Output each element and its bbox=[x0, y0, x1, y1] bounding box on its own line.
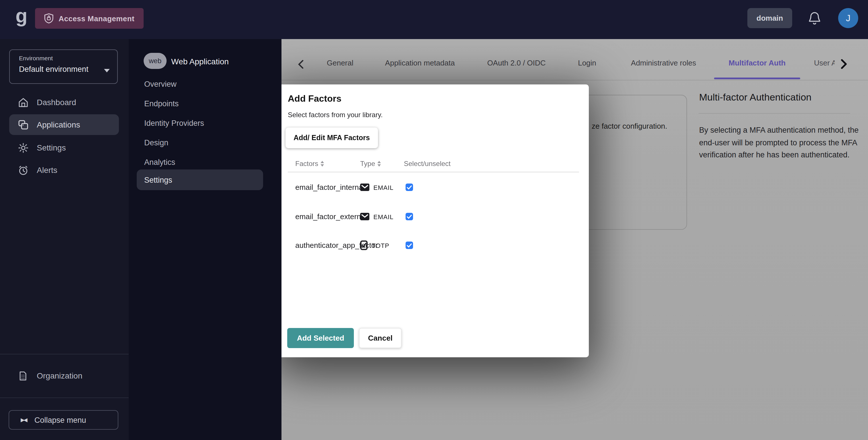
tab-user-accounts[interactable]: User A bbox=[814, 59, 835, 67]
factor-type: EMAIL bbox=[373, 184, 394, 191]
appnav-item-design[interactable]: Design bbox=[137, 132, 263, 153]
shield-lock-icon bbox=[44, 13, 54, 24]
applications-icon bbox=[17, 119, 29, 130]
add-factors-modal: Add Factors Select factors from your lib… bbox=[279, 85, 589, 357]
mfa-panel-title: Multi-factor Authentication bbox=[699, 92, 811, 103]
email-icon bbox=[360, 213, 369, 220]
modal-subtitle: Select factors from your library. bbox=[288, 111, 382, 119]
table-row: email_factor_external EMAIL bbox=[279, 207, 589, 226]
product-badge[interactable]: Access Management bbox=[35, 8, 144, 29]
check-icon bbox=[407, 214, 412, 219]
sort-icon bbox=[377, 161, 381, 166]
app-root: g Access Management domain J Environment… bbox=[0, 0, 868, 440]
tab-general[interactable]: General bbox=[327, 59, 353, 67]
tab-multifactor-auth[interactable]: Multifactor Auth bbox=[729, 59, 785, 67]
domain-button[interactable]: domain bbox=[747, 8, 792, 28]
appnav-item-label: Analytics bbox=[144, 158, 175, 166]
factor-type: EMAIL bbox=[373, 213, 394, 220]
factor-name: email_factor_internal bbox=[295, 183, 365, 192]
sidebar-item-label: Applications bbox=[37, 120, 80, 129]
appnav-item-label: Overview bbox=[144, 80, 177, 88]
sort-icon bbox=[320, 161, 324, 166]
topbar: g Access Management domain J bbox=[0, 0, 868, 39]
app-name: Web Application bbox=[171, 57, 229, 66]
add-selected-button[interactable]: Add Selected bbox=[287, 328, 354, 348]
header-label: Type bbox=[360, 160, 375, 168]
environment-label: Environment bbox=[19, 55, 53, 61]
tabs-divider bbox=[281, 80, 868, 81]
tab-application-metadata[interactable]: Application metadata bbox=[385, 59, 455, 67]
product-badge-label: Access Management bbox=[59, 14, 134, 23]
alarm-clock-icon bbox=[17, 164, 29, 176]
sidebar-item-alerts[interactable]: Alerts bbox=[9, 160, 119, 180]
table-header-type[interactable]: Type bbox=[360, 160, 381, 168]
tab-login[interactable]: Login bbox=[578, 59, 596, 67]
app-type-badge: web bbox=[144, 53, 166, 69]
factor-checkbox-checked[interactable] bbox=[406, 213, 413, 220]
gear-icon bbox=[17, 142, 29, 153]
table-row: authenticator_app_factor TOTP bbox=[279, 235, 589, 255]
sidebar-item-applications[interactable]: Applications bbox=[9, 114, 119, 135]
notifications-bell-icon[interactable] bbox=[808, 11, 821, 28]
factor-config-card-text: ze factor configuration. bbox=[592, 122, 667, 130]
application-sidebar: web Web Application Overview Endpoints I… bbox=[129, 39, 281, 440]
factor-checkbox-checked[interactable] bbox=[406, 242, 413, 249]
environment-value: Default environment bbox=[19, 65, 89, 73]
factor-name: email_factor_external bbox=[295, 212, 367, 221]
header-label: Select/unselect bbox=[404, 160, 451, 168]
collapse-icon: ▶◀ bbox=[21, 417, 26, 423]
sidebar-item-settings[interactable]: Settings bbox=[9, 137, 119, 158]
tab-administrative-roles[interactable]: Administrative roles bbox=[631, 59, 696, 67]
appnav-item-label: Endpoints bbox=[144, 99, 179, 108]
appnav-item-label: Settings bbox=[144, 176, 172, 184]
mfa-panel-divider bbox=[699, 113, 850, 114]
collapse-menu-label: Collapse menu bbox=[34, 416, 86, 424]
sidebar-item-label: Alerts bbox=[37, 165, 57, 175]
add-edit-mfa-factors-button[interactable]: Add/ Edit MFA Factors bbox=[285, 128, 378, 148]
brand-logo[interactable]: g bbox=[16, 5, 28, 27]
tabs-scroll-right-icon[interactable] bbox=[840, 59, 847, 69]
active-tab-underline bbox=[714, 77, 800, 79]
appnav-item-label: Design bbox=[144, 138, 168, 147]
tabs-scroll-left-icon[interactable] bbox=[298, 60, 304, 69]
check-icon bbox=[407, 243, 412, 248]
factor-checkbox-checked[interactable] bbox=[406, 184, 413, 191]
tab-oauth-oidc[interactable]: OAuth 2.0 / OIDC bbox=[487, 59, 546, 67]
sidebar-item-label: Settings bbox=[37, 143, 66, 152]
check-icon bbox=[407, 185, 412, 190]
table-header-factors[interactable]: Factors bbox=[295, 160, 324, 168]
environment-selector[interactable]: Environment Default environment bbox=[9, 50, 118, 84]
sidebar-item-organization[interactable]: Organization bbox=[9, 365, 119, 386]
sidebar-item-dashboard[interactable]: Dashboard bbox=[9, 92, 119, 113]
factor-type: TOTP bbox=[372, 242, 389, 249]
table-header-select: Select/unselect bbox=[404, 160, 451, 168]
collapse-menu-button[interactable]: ▶◀ Collapse menu bbox=[9, 410, 118, 430]
cancel-button[interactable]: Cancel bbox=[359, 328, 402, 348]
sidebar-divider bbox=[0, 398, 129, 398]
appnav-item-settings[interactable]: Settings bbox=[137, 169, 263, 190]
table-row: email_factor_internal EMAIL bbox=[279, 178, 589, 197]
home-icon bbox=[17, 96, 29, 108]
appnav-item-endpoints[interactable]: Endpoints bbox=[137, 93, 263, 114]
email-icon bbox=[360, 184, 369, 191]
modal-title: Add Factors bbox=[288, 94, 342, 104]
mfa-panel-description: By selecting a MFA authentication method… bbox=[699, 124, 859, 161]
chevron-down-icon bbox=[104, 69, 110, 72]
appnav-item-label: Identity Providers bbox=[144, 119, 204, 127]
appnav-item-identity-providers[interactable]: Identity Providers bbox=[137, 113, 263, 133]
sidebar-item-label: Organization bbox=[37, 371, 83, 380]
totp-authenticator-icon bbox=[360, 241, 368, 250]
user-avatar[interactable]: J bbox=[838, 8, 858, 28]
sidebar-item-label: Dashboard bbox=[37, 98, 76, 107]
primary-sidebar: Environment Default environment Dashboar… bbox=[0, 39, 129, 440]
header-label: Factors bbox=[295, 160, 318, 168]
sidebar-divider bbox=[0, 354, 129, 354]
table-header-divider bbox=[288, 172, 579, 172]
appnav-item-overview[interactable]: Overview bbox=[137, 73, 263, 94]
organization-icon bbox=[17, 370, 29, 381]
